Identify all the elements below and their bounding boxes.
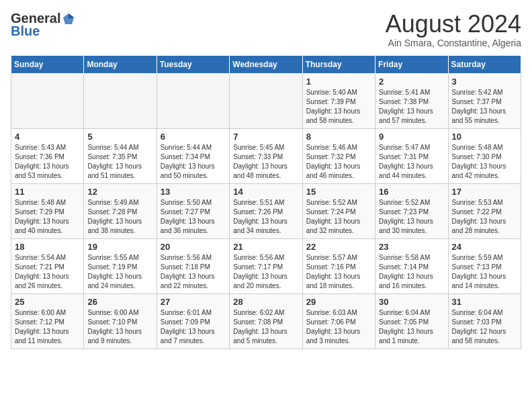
day-number: 3 bbox=[452, 77, 517, 87]
calendar-week-row: 1Sunrise: 5:40 AM Sunset: 7:39 PM Daylig… bbox=[11, 73, 521, 128]
calendar-cell: 10Sunrise: 5:48 AM Sunset: 7:30 PM Dayli… bbox=[448, 128, 521, 183]
day-number: 26 bbox=[87, 297, 152, 307]
weekday-header-monday: Monday bbox=[84, 55, 157, 73]
day-number: 15 bbox=[306, 187, 371, 197]
calendar-cell bbox=[230, 73, 302, 128]
calendar-cell: 21Sunrise: 5:56 AM Sunset: 7:17 PM Dayli… bbox=[230, 238, 302, 293]
day-number: 20 bbox=[161, 242, 226, 252]
calendar-week-row: 25Sunrise: 6:00 AM Sunset: 7:12 PM Dayli… bbox=[11, 293, 521, 349]
calendar-week-row: 11Sunrise: 5:48 AM Sunset: 7:29 PM Dayli… bbox=[11, 183, 521, 238]
calendar-cell: 16Sunrise: 5:52 AM Sunset: 7:23 PM Dayli… bbox=[375, 183, 448, 238]
day-info: Sunrise: 6:02 AM Sunset: 7:08 PM Dayligh… bbox=[233, 308, 298, 346]
day-info: Sunrise: 6:04 AM Sunset: 7:05 PM Dayligh… bbox=[379, 308, 444, 346]
calendar-cell: 29Sunrise: 6:03 AM Sunset: 7:06 PM Dayli… bbox=[302, 293, 375, 349]
calendar-week-row: 4Sunrise: 5:43 AM Sunset: 7:36 PM Daylig… bbox=[11, 128, 521, 183]
day-number: 9 bbox=[379, 132, 444, 142]
calendar-cell: 9Sunrise: 5:47 AM Sunset: 7:31 PM Daylig… bbox=[375, 128, 448, 183]
weekday-header-sunday: Sunday bbox=[11, 55, 84, 73]
calendar-cell: 18Sunrise: 5:54 AM Sunset: 7:21 PM Dayli… bbox=[11, 238, 84, 293]
calendar-cell: 28Sunrise: 6:02 AM Sunset: 7:08 PM Dayli… bbox=[230, 293, 302, 349]
header: General Blue August 2024 Ain Smara, Cons… bbox=[11, 11, 521, 48]
calendar-cell: 4Sunrise: 5:43 AM Sunset: 7:36 PM Daylig… bbox=[11, 128, 84, 183]
weekday-header-row: SundayMondayTuesdayWednesdayThursdayFrid… bbox=[11, 55, 521, 73]
day-number: 6 bbox=[161, 132, 226, 142]
calendar-cell: 20Sunrise: 5:56 AM Sunset: 7:18 PM Dayli… bbox=[157, 238, 229, 293]
calendar-table: SundayMondayTuesdayWednesdayThursdayFrid… bbox=[11, 55, 521, 349]
calendar-cell: 7Sunrise: 5:45 AM Sunset: 7:33 PM Daylig… bbox=[230, 128, 302, 183]
calendar-cell: 5Sunrise: 5:44 AM Sunset: 7:35 PM Daylig… bbox=[84, 128, 157, 183]
weekday-header-saturday: Saturday bbox=[448, 55, 521, 73]
calendar-cell: 13Sunrise: 5:50 AM Sunset: 7:27 PM Dayli… bbox=[157, 183, 229, 238]
day-info: Sunrise: 5:45 AM Sunset: 7:33 PM Dayligh… bbox=[233, 143, 298, 181]
day-number: 1 bbox=[306, 77, 371, 87]
day-info: Sunrise: 5:46 AM Sunset: 7:32 PM Dayligh… bbox=[306, 143, 371, 181]
day-info: Sunrise: 5:40 AM Sunset: 7:39 PM Dayligh… bbox=[306, 88, 371, 126]
calendar-cell: 24Sunrise: 5:59 AM Sunset: 7:13 PM Dayli… bbox=[448, 238, 521, 293]
day-info: Sunrise: 5:49 AM Sunset: 7:28 PM Dayligh… bbox=[87, 198, 152, 236]
day-info: Sunrise: 6:00 AM Sunset: 7:12 PM Dayligh… bbox=[15, 308, 80, 346]
day-info: Sunrise: 5:55 AM Sunset: 7:19 PM Dayligh… bbox=[87, 253, 152, 291]
day-number: 23 bbox=[379, 242, 444, 252]
day-number: 28 bbox=[233, 297, 298, 307]
day-info: Sunrise: 5:42 AM Sunset: 7:37 PM Dayligh… bbox=[452, 88, 517, 126]
day-number: 2 bbox=[379, 77, 444, 87]
day-number: 5 bbox=[87, 132, 152, 142]
calendar-cell: 14Sunrise: 5:51 AM Sunset: 7:26 PM Dayli… bbox=[230, 183, 302, 238]
day-number: 10 bbox=[452, 132, 517, 142]
day-number: 7 bbox=[233, 132, 298, 142]
day-info: Sunrise: 5:52 AM Sunset: 7:24 PM Dayligh… bbox=[306, 198, 371, 236]
calendar-cell: 8Sunrise: 5:46 AM Sunset: 7:32 PM Daylig… bbox=[302, 128, 375, 183]
calendar-cell bbox=[11, 73, 84, 128]
day-info: Sunrise: 6:01 AM Sunset: 7:09 PM Dayligh… bbox=[161, 308, 226, 346]
weekday-header-friday: Friday bbox=[375, 55, 448, 73]
day-number: 14 bbox=[233, 187, 298, 197]
day-info: Sunrise: 5:44 AM Sunset: 7:34 PM Dayligh… bbox=[161, 143, 226, 181]
month-title: August 2024 bbox=[386, 11, 521, 38]
day-info: Sunrise: 6:00 AM Sunset: 7:10 PM Dayligh… bbox=[87, 308, 152, 346]
location-subtitle: Ain Smara, Constantine, Algeria bbox=[386, 38, 521, 48]
day-number: 17 bbox=[452, 187, 517, 197]
calendar-cell: 1Sunrise: 5:40 AM Sunset: 7:39 PM Daylig… bbox=[302, 73, 375, 128]
day-number: 30 bbox=[379, 297, 444, 307]
day-number: 29 bbox=[306, 297, 371, 307]
title-section: August 2024 Ain Smara, Constantine, Alge… bbox=[386, 11, 521, 48]
day-number: 25 bbox=[15, 297, 80, 307]
calendar-cell: 25Sunrise: 6:00 AM Sunset: 7:12 PM Dayli… bbox=[11, 293, 84, 349]
calendar-week-row: 18Sunrise: 5:54 AM Sunset: 7:21 PM Dayli… bbox=[11, 238, 521, 293]
calendar-cell: 6Sunrise: 5:44 AM Sunset: 7:34 PM Daylig… bbox=[157, 128, 229, 183]
weekday-header-thursday: Thursday bbox=[302, 55, 375, 73]
calendar-cell bbox=[157, 73, 229, 128]
day-number: 18 bbox=[15, 242, 80, 252]
day-info: Sunrise: 5:47 AM Sunset: 7:31 PM Dayligh… bbox=[379, 143, 444, 181]
weekday-header-wednesday: Wednesday bbox=[230, 55, 302, 73]
day-number: 19 bbox=[87, 242, 152, 252]
day-info: Sunrise: 5:41 AM Sunset: 7:38 PM Dayligh… bbox=[379, 88, 444, 126]
calendar-cell: 17Sunrise: 5:53 AM Sunset: 7:22 PM Dayli… bbox=[448, 183, 521, 238]
calendar-cell: 22Sunrise: 5:57 AM Sunset: 7:16 PM Dayli… bbox=[302, 238, 375, 293]
calendar-cell: 3Sunrise: 5:42 AM Sunset: 7:37 PM Daylig… bbox=[448, 73, 521, 128]
calendar-cell: 26Sunrise: 6:00 AM Sunset: 7:10 PM Dayli… bbox=[84, 293, 157, 349]
day-info: Sunrise: 5:44 AM Sunset: 7:35 PM Dayligh… bbox=[87, 143, 152, 181]
day-info: Sunrise: 5:54 AM Sunset: 7:21 PM Dayligh… bbox=[15, 253, 80, 291]
calendar-cell: 12Sunrise: 5:49 AM Sunset: 7:28 PM Dayli… bbox=[84, 183, 157, 238]
day-number: 13 bbox=[161, 187, 226, 197]
day-number: 16 bbox=[379, 187, 444, 197]
day-info: Sunrise: 5:48 AM Sunset: 7:30 PM Dayligh… bbox=[452, 143, 517, 181]
day-number: 31 bbox=[452, 297, 517, 307]
day-number: 11 bbox=[15, 187, 80, 197]
day-number: 21 bbox=[233, 242, 298, 252]
calendar-cell bbox=[84, 73, 157, 128]
day-number: 4 bbox=[15, 132, 80, 142]
day-number: 12 bbox=[87, 187, 152, 197]
day-info: Sunrise: 5:51 AM Sunset: 7:26 PM Dayligh… bbox=[233, 198, 298, 236]
calendar-cell: 11Sunrise: 5:48 AM Sunset: 7:29 PM Dayli… bbox=[11, 183, 84, 238]
weekday-header-tuesday: Tuesday bbox=[157, 55, 229, 73]
day-info: Sunrise: 6:03 AM Sunset: 7:06 PM Dayligh… bbox=[306, 308, 371, 346]
day-info: Sunrise: 5:58 AM Sunset: 7:14 PM Dayligh… bbox=[379, 253, 444, 291]
calendar-cell: 27Sunrise: 6:01 AM Sunset: 7:09 PM Dayli… bbox=[157, 293, 229, 349]
calendar-cell: 31Sunrise: 6:04 AM Sunset: 7:03 PM Dayli… bbox=[448, 293, 521, 349]
day-info: Sunrise: 5:53 AM Sunset: 7:22 PM Dayligh… bbox=[452, 198, 517, 236]
day-info: Sunrise: 6:04 AM Sunset: 7:03 PM Dayligh… bbox=[452, 308, 517, 346]
day-number: 8 bbox=[306, 132, 371, 142]
logo: General Blue bbox=[11, 11, 75, 39]
